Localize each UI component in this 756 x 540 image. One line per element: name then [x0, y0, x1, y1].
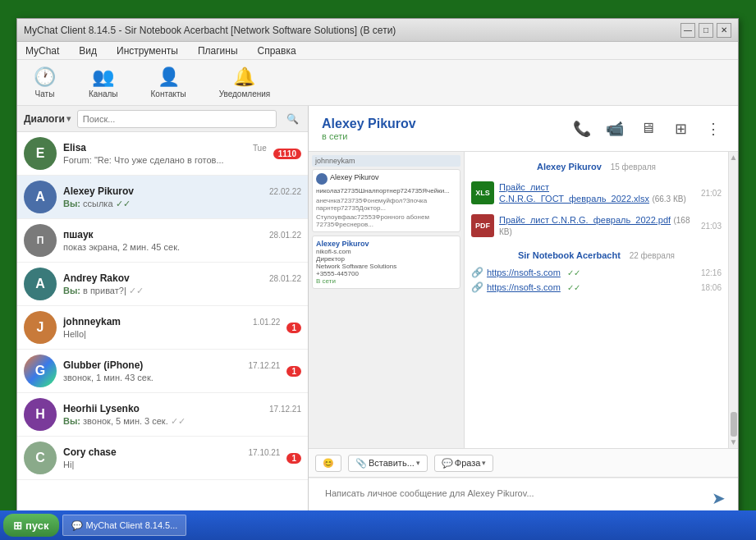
chat-user-name: Alexey Pikurov [322, 117, 570, 131]
list-item[interactable]: J johnneykam 1.01.22 Hello| 1 [17, 306, 308, 350]
dialog-name: пшаук [63, 229, 94, 240]
dialog-preview: Forum: "Re: Что уже сделано в готов... [63, 155, 267, 165]
link-url[interactable]: https://nsoft-s.com [487, 268, 561, 277]
maximize-button[interactable]: □ [699, 23, 713, 38]
search-input[interactable] [77, 110, 277, 128]
taskbar-app-button[interactable]: 💬 MyChat Client 8.14.5... [62, 515, 187, 536]
list-item[interactable]: G Glubber (iPhone) 17.12.21 звонок, 1 ми… [17, 350, 308, 393]
screen-share-button[interactable]: 🖥 [636, 117, 659, 140]
dialog-info: Cory chase 17.10.21 Hi| [63, 446, 280, 469]
file-size: (66.3 КВ) [652, 194, 685, 204]
list-item[interactable]: E Elisa Tue Forum: "Re: Что уже сделано … [17, 132, 308, 176]
dialog-info: Andrey Rakov 28.01.22 Вы: в приват?| ✓✓ [63, 272, 301, 296]
title-bar: MyChat Client 8.14.5 - Sir Notebook Acer… [17, 19, 738, 42]
xlsx-icon: XLS [471, 181, 494, 204]
more-options-button[interactable]: ⋮ [702, 117, 725, 140]
read-check-icon: ✓✓ [116, 199, 131, 209]
dialog-name: Andrey Rakov [63, 272, 130, 284]
list-item[interactable]: A Andrey Rakov 28.01.22 Вы: в приват?| ✓… [17, 263, 308, 306]
list-item[interactable]: П пшаук 28.01.22 показ экрана, 2 мин. 45… [17, 219, 308, 263]
dialog-preview: показ экрана, 2 мин. 45 сек. [63, 242, 301, 252]
start-button[interactable]: ⊞ пуск [3, 514, 59, 537]
video-call-button[interactable]: 📹 [603, 117, 626, 140]
minimize-button[interactable]: — [680, 23, 695, 38]
link-icon: 🔗 [471, 267, 483, 278]
avatar: E [24, 137, 57, 170]
scroll-thumb[interactable] [731, 412, 737, 437]
notifications-icon: 🔔 [233, 66, 255, 88]
dialog-preview: звонок, 1 мин. 43 сек. [63, 373, 280, 382]
scroll-down-arrow[interactable]: ▼ [730, 438, 738, 446]
scroll-up-arrow[interactable]: ▲ [730, 153, 738, 162]
dialog-name: Elisa [63, 142, 86, 153]
left-panel: Диалоги ▾ 🔍 E Elisa Tue Foru [17, 106, 309, 518]
voice-call-button[interactable]: 📞 [570, 117, 593, 140]
dialog-preview: Вы: в приват?| ✓✓ [63, 286, 301, 296]
dialog-date: 17.12.21 [269, 405, 301, 414]
dialog-date: 22.02.22 [269, 187, 301, 196]
attach-button[interactable]: 📎 📎 Вставить... Вставить... ▾ [348, 455, 428, 472]
window-title: MyChat Client 8.14.5 - Sir Notebook Acer… [24, 25, 396, 36]
phrase-button[interactable]: 💬 Фраза ▾ [434, 455, 494, 472]
menu-bar: MyChat Вид Инструменты Плагины Справка [17, 42, 738, 60]
dialog-name: Cory chase [63, 446, 117, 458]
menu-mychat[interactable]: MyChat [22, 43, 62, 58]
toolbar-contacts-button[interactable]: 👤 Контакты [144, 63, 193, 102]
date-divider: Sir Notebook Acerbacht 22 февраля [471, 250, 722, 260]
mini-avatar [316, 173, 328, 185]
menu-tools[interactable]: Инструменты [113, 43, 181, 58]
file-message: PDF Прайс_лист C.N.R.G._февраль_2022.pdf… [471, 211, 722, 240]
contacts-icon: 👤 [158, 66, 180, 88]
avatar: H [24, 398, 57, 431]
avatar: П [24, 224, 57, 257]
chats-label: Чаты [35, 89, 55, 98]
dialog-info: пшаук 28.01.22 показ экрана, 2 мин. 45 с… [63, 229, 301, 252]
dialog-info: Elisa Tue Forum: "Re: Что уже сделано в … [63, 142, 267, 165]
toolbar-channels-button[interactable]: 👥 Каналы [82, 63, 125, 102]
toolbar-chats-button[interactable]: 🕐 Чаты [27, 63, 62, 102]
menu-view[interactable]: Вид [76, 43, 100, 58]
send-button[interactable]: ➤ [705, 485, 731, 511]
sender-name: Sir Notebook Acerbacht [518, 250, 621, 260]
avatar: G [24, 355, 57, 387]
dialog-info: johnneykam 1.01.22 Hello| [63, 316, 280, 339]
chat-user-info: Alexey Pikurov в сети [322, 117, 570, 141]
message-input[interactable] [315, 482, 705, 515]
dialog-date: 17.12.21 [249, 361, 281, 370]
chats-icon: 🕐 [34, 66, 56, 88]
scroll-track [731, 163, 737, 437]
link-icon: 🔗 [471, 281, 483, 293]
search-icon[interactable]: 🔍 [283, 110, 301, 128]
link-message: 🔗 https://nsoft-s.com ✓✓ 18:06 [471, 281, 722, 293]
right-panel: Alexey Pikurov в сети 📞 📹 🖥 ⊞ ⋮ johnneyk… [309, 106, 738, 518]
file-link[interactable]: Прайс_лист C.N.R.G._февраль_2022.pdf [499, 215, 671, 225]
unread-badge: 1 [286, 453, 301, 464]
file-link[interactable]: Прайс_лист C.N.R.G._ГОСТ_февраль_2022.xl… [499, 182, 649, 204]
dialog-preview: Hello| [63, 329, 280, 339]
unread-badge: 1110 [273, 149, 301, 159]
close-button[interactable]: ✕ [717, 23, 731, 38]
dialog-preview: Вы: ссылка ✓✓ [63, 199, 301, 209]
phrase-dropdown-icon[interactable]: ▾ [482, 459, 486, 467]
list-item[interactable]: C Cory chase 17.10.21 Hi| 1 [17, 437, 308, 480]
dialog-name: johnneykam [63, 316, 121, 327]
menu-plugins[interactable]: Плагины [195, 43, 241, 58]
unread-badge: 1 [286, 366, 301, 377]
list-item[interactable]: A Alexey Pikurov 22.02.22 Вы: ссылка ✓✓ [17, 176, 308, 219]
link-url[interactable]: https://nsoft-s.com [487, 282, 561, 292]
toolbar-notifications-button[interactable]: 🔔 Уведомления [213, 63, 277, 102]
layout-button[interactable]: ⊞ [669, 117, 692, 140]
emoji-button[interactable]: 😊 [315, 455, 341, 472]
scrollbar[interactable]: ▲ ▼ [728, 152, 738, 448]
list-item[interactable]: H Heorhii Lysenko 17.12.21 Вы: звонок, 5… [17, 393, 308, 437]
dialogs-dropdown-icon[interactable]: ▾ [66, 114, 71, 123]
message-time: 21:03 [701, 222, 722, 231]
read-check-icon: ✓✓ [171, 416, 186, 427]
window-controls: — □ ✕ [680, 23, 731, 38]
dialog-preview: Вы: звонок, 5 мин. 3 сек. ✓✓ [63, 416, 301, 427]
date-divider: Alexey Pikurov 15 февраля [471, 162, 722, 172]
menu-help[interactable]: Справка [254, 43, 300, 58]
dropdown-arrow-icon[interactable]: ▾ [416, 459, 420, 467]
dialog-preview: Hi| [63, 460, 280, 469]
mini-msg-text: николаз72735Шналпортнер724735Ячейки... [316, 186, 456, 195]
